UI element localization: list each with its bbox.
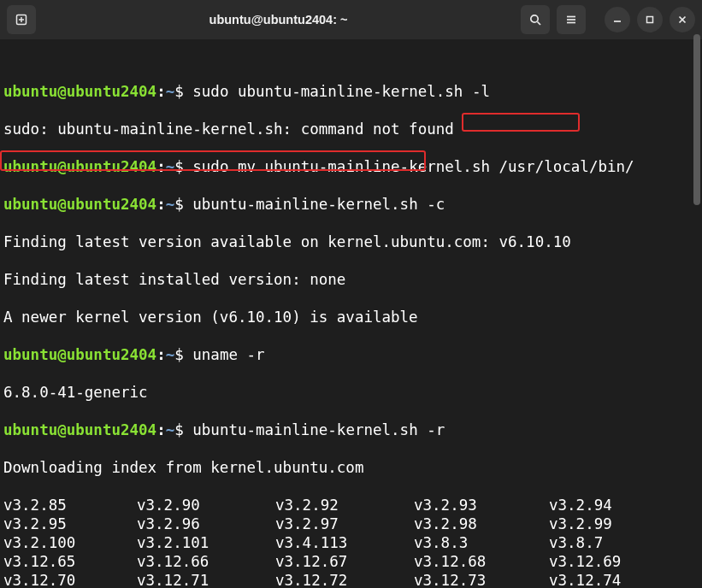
close-button[interactable] bbox=[670, 7, 695, 32]
version-row: v3.12.65v3.12.66v3.12.67v3.12.68v3.12.69 bbox=[3, 552, 699, 571]
version-cell: v3.2.90 bbox=[137, 496, 275, 514]
version-row: v3.12.70v3.12.71v3.12.72v3.12.73v3.12.74 bbox=[3, 571, 699, 588]
command-5: ubuntu-mainline-kernel.sh -r bbox=[192, 421, 445, 438]
version-cell: v3.12.70 bbox=[3, 571, 137, 588]
command-3: ubuntu-mainline-kernel.sh -c bbox=[192, 196, 445, 213]
version-row: v3.2.100v3.2.101v3.4.113v3.8.3v3.8.7 bbox=[3, 533, 699, 552]
version-cell: v3.2.98 bbox=[414, 514, 549, 533]
output-1: sudo: ubuntu-mainline-kernel.sh: command… bbox=[3, 120, 699, 138]
version-cell: v3.2.94 bbox=[549, 496, 699, 514]
maximize-button[interactable] bbox=[637, 7, 663, 32]
output-3a-pre: Finding latest version available on kern… bbox=[3, 233, 490, 250]
version-cell: v3.12.74 bbox=[549, 571, 699, 588]
version-cell: v3.4.113 bbox=[275, 533, 414, 552]
highlight-newer-kernel bbox=[0, 150, 426, 171]
output-4: 6.8.0-41-generic bbox=[3, 383, 699, 402]
window-title: ubuntu@ubuntu2404: ~ bbox=[209, 10, 348, 29]
version-cell: v3.12.68 bbox=[414, 552, 549, 571]
version-cell: v3.12.72 bbox=[275, 571, 414, 588]
version-row: v3.2.95v3.2.96v3.2.97v3.2.98v3.2.99 bbox=[3, 514, 699, 533]
terminal-output[interactable]: ubuntu@ubuntu2404:~$ sudo ubuntu-mainlin… bbox=[0, 39, 702, 588]
version-cell: v3.2.100 bbox=[3, 533, 137, 552]
version-cell: v3.2.97 bbox=[275, 514, 414, 533]
version-cell: v3.12.66 bbox=[137, 552, 275, 571]
version-row: v3.2.85v3.2.90v3.2.92v3.2.93v3.2.94 bbox=[3, 496, 699, 514]
output-3b: Finding latest installed version: none bbox=[3, 270, 699, 289]
svg-rect-9 bbox=[647, 17, 653, 23]
command-1: sudo ubuntu-mainline-kernel.sh -l bbox=[192, 83, 490, 100]
prompt-path: ~ bbox=[166, 83, 175, 100]
scrollbar-thumb[interactable] bbox=[693, 34, 700, 205]
version-cell: v3.8.7 bbox=[549, 533, 699, 552]
version-cell: v3.12.69 bbox=[549, 552, 699, 571]
version-cell: v3.12.71 bbox=[137, 571, 275, 588]
version-cell: v3.12.65 bbox=[3, 552, 137, 571]
version-cell: v3.12.73 bbox=[414, 571, 549, 588]
svg-line-4 bbox=[538, 22, 541, 26]
prompt-userhost: ubuntu@ubuntu2404 bbox=[3, 83, 156, 100]
window-titlebar: ubuntu@ubuntu2404: ~ bbox=[0, 0, 702, 39]
svg-point-3 bbox=[531, 15, 538, 22]
minimize-button[interactable] bbox=[605, 7, 630, 32]
highlight-latest-version bbox=[462, 113, 580, 132]
version-cell: v3.2.92 bbox=[275, 496, 414, 514]
version-cell: v3.2.99 bbox=[549, 514, 699, 533]
version-list: v3.2.85v3.2.90v3.2.92v3.2.93v3.2.94v3.2.… bbox=[3, 496, 699, 588]
output-5: Downloading index from kernel.ubuntu.com bbox=[3, 458, 699, 477]
output-3c: A newer kernel version (v6.10.10) is ava… bbox=[3, 308, 699, 326]
new-tab-button[interactable] bbox=[7, 5, 36, 34]
version-cell: v3.2.101 bbox=[137, 533, 275, 552]
version-cell: v3.8.3 bbox=[414, 533, 549, 552]
output-3a-version: v6.10.10 bbox=[490, 233, 580, 250]
version-cell: v3.2.96 bbox=[137, 514, 275, 533]
version-cell: v3.2.93 bbox=[414, 496, 549, 514]
command-4: uname -r bbox=[192, 346, 264, 363]
version-cell: v3.2.95 bbox=[3, 514, 137, 533]
version-cell: v3.12.67 bbox=[275, 552, 414, 571]
menu-button[interactable] bbox=[557, 5, 586, 34]
version-cell: v3.2.85 bbox=[3, 496, 137, 514]
search-button[interactable] bbox=[521, 5, 550, 34]
